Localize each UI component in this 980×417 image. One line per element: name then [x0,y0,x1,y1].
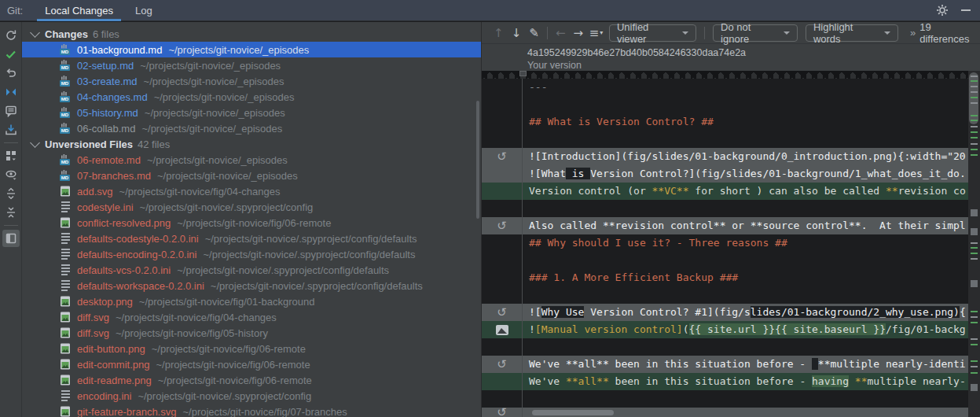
revert-chunk-icon[interactable]: ↺ [497,217,507,234]
diff-stripe-marker[interactable] [971,97,978,98]
preview-panel-icon[interactable] [2,230,20,247]
diff-stripe-marker[interactable] [971,209,978,216]
file-row[interactable]: encoding.ini~/projects/git-novice/.spypr… [22,388,481,404]
diff-stripe-marker[interactable] [971,149,978,150]
diff-stripe-marker[interactable] [971,311,978,312]
code-text[interactable] [523,390,980,408]
code-text[interactable] [523,252,980,269]
diff-stripe-marker[interactable] [971,384,978,391]
diff-stripe-marker[interactable] [971,102,978,104]
diff-stripe-marker[interactable] [971,154,978,156]
diff-stripe-marker[interactable] [971,143,978,145]
commit-check-icon[interactable] [2,46,20,63]
code-text[interactable]: ![Manual version control]({{ site.url }}… [523,321,980,338]
rollback-icon[interactable] [2,65,20,82]
group-by-icon[interactable] [2,147,20,164]
minimize-icon[interactable] [956,1,975,20]
file-row[interactable]: MD06-remote.md~/projects/git-novice/_epi… [22,152,481,168]
file-row[interactable]: defaults-codestyle-0.2.0.ini~/projects/g… [22,231,481,246]
revert-chunk-icon[interactable]: ↺ [497,304,507,321]
revert-chunk-icon[interactable]: ↺ [497,148,507,165]
code-text[interactable]: ## Why should I use it? - Three reasons … [523,234,980,252]
collapsed-region[interactable] [482,71,980,79]
file-row[interactable]: edit-readme.png~/projects/git-novice/fig… [22,372,481,388]
section-header-unversioned-files[interactable]: Unversioned Files42 files [22,136,481,152]
code-text[interactable]: ### 1. A More Efficient Backup ### [523,269,980,286]
diff-stripe-marker[interactable] [971,360,978,362]
diff-stripe-marker[interactable] [971,322,978,323]
comment-icon[interactable] [2,102,20,120]
file-row[interactable]: MD06-collab.md~/projects/git-novice/_epi… [22,120,481,136]
jump-to-source-icon[interactable]: ✎ [525,24,543,42]
diff-stripe-marker[interactable] [971,131,978,133]
diff-stripe-marker[interactable] [971,344,978,345]
diff-stripe-marker[interactable] [971,137,978,138]
code-text[interactable]: ![What is Version Control?](fig/slides/0… [523,165,980,183]
code-text[interactable]: We've **all** been in this situation bef… [523,356,980,373]
tab-log[interactable]: Log [124,0,163,21]
viewer-settings-icon[interactable]: ≡▾ [587,24,605,42]
file-list-scrollbar[interactable] [476,101,479,219]
file-row[interactable]: MD03-create.md~/projects/git-novice/_epi… [22,73,481,89]
code-text[interactable]: Version control (or **VC** for short ) c… [523,183,980,200]
diff-stripe-marker[interactable] [971,253,978,254]
viewer-mode-dropdown[interactable]: Unified viewer [609,24,696,42]
diff-stripe-marker[interactable] [971,115,978,116]
file-row[interactable]: MD02-setup.md~/projects/git-novice/_epis… [22,57,481,73]
file-row[interactable]: defaults-vcs-0.2.0.ini~/projects/git-nov… [22,262,481,278]
diff-stripe-marker[interactable] [971,80,978,82]
converge-arrows-icon[interactable] [2,83,20,101]
refresh-icon[interactable] [2,27,20,44]
next-file-icon[interactable]: → [570,24,588,42]
file-row[interactable]: conflict-resolved.png~/projects/git-novi… [22,215,481,231]
code-text[interactable]: ![Introduction](fig/slides/01-background… [523,148,980,165]
expand-all-icon[interactable] [2,185,20,202]
file-row[interactable]: edit-button.png~/projects/git-novice/fig… [22,341,481,356]
apply-patch-icon[interactable] [2,121,20,138]
code-text[interactable]: ![Why Use Version Control? #1](fig/slide… [523,304,980,321]
file-row[interactable]: MD04-changes.md~/projects/git-novice/_ep… [22,89,481,105]
image-preview-icon[interactable] [496,325,508,335]
code-text[interactable]: We've **all** been in this situation bef… [523,373,980,390]
file-row[interactable]: edit-commit.png~/projects/git-novice/fig… [22,356,481,372]
diff-stripe-marker[interactable] [971,126,978,127]
diff-stripe-marker[interactable] [971,258,978,260]
code-text[interactable]: ## What is Version Control? ## [523,113,980,131]
whitespace-ignore-dropdown[interactable]: Do not ignore [713,24,798,42]
file-row[interactable]: git-feature-branch.svg~/projects/git-nov… [22,404,481,417]
file-row[interactable]: MD05-history.md~/projects/git-novice/_ep… [22,105,481,120]
code-text[interactable] [523,96,980,113]
file-row[interactable]: add.svg~/projects/git-novice/fig/04-chan… [22,183,481,199]
file-row[interactable]: diff.svg~/projects/git-novice/fig/05-his… [22,325,481,341]
tab-local-changes[interactable]: Local Changes [34,0,124,21]
diff-stripe-marker[interactable] [971,120,978,121]
gear-icon[interactable] [933,1,952,20]
collapse-all-icon[interactable] [2,204,20,221]
file-row[interactable]: MD07-branches.md~/projects/git-novice/_e… [22,168,481,183]
code-text[interactable]: Also called **revision control** or **so… [523,217,980,234]
file-row[interactable]: MD01-background.md~/projects/git-novice/… [22,42,481,57]
file-row[interactable]: defaults-encoding-0.2.0.ini~/projects/gi… [22,246,481,262]
code-text[interactable] [523,286,980,304]
diff-stripe-marker[interactable] [971,91,978,93]
section-header-changes[interactable]: Changes6 files [22,26,481,42]
next-difference-icon[interactable]: ↓ [508,24,526,42]
diff-stripe-marker[interactable] [971,86,978,87]
diff-stripe-marker[interactable] [971,280,978,287]
revert-chunk-icon[interactable]: ↺ [497,408,507,417]
code-text[interactable] [523,200,980,217]
diff-stripe-marker[interactable] [971,372,978,374]
toolbar-overflow-icon[interactable]: » [910,27,915,39]
revert-chunk-icon[interactable]: ↺ [497,356,507,373]
fold-marker[interactable] [519,71,527,76]
file-row[interactable]: diff.svg~/projects/git-novice/fig/04-cha… [22,309,481,325]
code-text[interactable] [523,338,980,356]
diff-stripe-marker[interactable] [971,316,978,318]
code-text[interactable]: --- [523,79,980,96]
diff-stripe-marker[interactable] [971,338,978,340]
diff-stripe-marker[interactable] [971,242,978,244]
file-row[interactable]: desktop.png~/projects/git-novice/fig/01-… [22,293,481,309]
file-row[interactable]: defaults-workspace-0.2.0.ini~/projects/g… [22,278,481,293]
diff-stripe-marker[interactable] [971,76,978,77]
horizontal-scrollbar-thumb[interactable] [532,410,614,415]
